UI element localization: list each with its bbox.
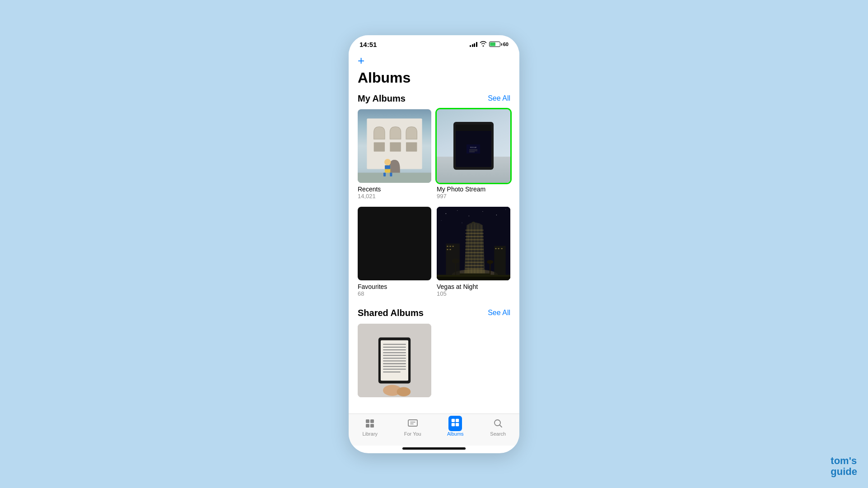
- svg-rect-13: [469, 150, 477, 151]
- album-recents-name: Recents: [358, 186, 431, 193]
- svg-rect-12: [469, 149, 477, 150]
- album-favourites-count: 68: [358, 290, 431, 297]
- svg-point-21: [505, 209, 506, 209]
- svg-point-16: [446, 213, 446, 214]
- svg-rect-45: [437, 274, 510, 276]
- album-recents[interactable]: Recents 14,021: [358, 109, 431, 200]
- bottom-nav: Library For You: [349, 414, 519, 446]
- library-icon: [364, 418, 376, 429]
- svg-point-20: [496, 214, 497, 215]
- svg-rect-67: [383, 355, 406, 356]
- shared-albums-section: Shared Albums See All: [358, 308, 510, 397]
- svg-rect-71: [383, 366, 406, 367]
- my-albums-see-all[interactable]: See All: [488, 94, 510, 102]
- nav-search[interactable]: Search: [485, 418, 512, 437]
- album-photostream-count: 997: [437, 193, 510, 200]
- svg-point-23: [462, 223, 462, 223]
- battery-icon: 60: [489, 42, 509, 47]
- album-favourites-name: Favourites: [358, 283, 431, 290]
- battery-percent: 60: [503, 42, 509, 47]
- svg-rect-76: [366, 419, 369, 423]
- svg-point-19: [482, 211, 483, 211]
- svg-rect-7: [385, 165, 390, 169]
- svg-rect-80: [408, 420, 417, 426]
- svg-point-75: [397, 387, 411, 396]
- page-title: Albums: [358, 70, 510, 93]
- svg-point-49: [487, 260, 493, 264]
- svg-rect-4: [358, 172, 431, 182]
- svg-rect-58: [498, 248, 499, 249]
- svg-rect-56: [494, 246, 505, 274]
- svg-rect-72: [383, 368, 406, 369]
- signal-bars-icon: [470, 42, 477, 47]
- svg-rect-78: [366, 424, 369, 428]
- svg-rect-65: [383, 349, 406, 350]
- svg-rect-59: [501, 248, 503, 249]
- svg-rect-48: [490, 263, 490, 274]
- svg-rect-55: [450, 249, 451, 250]
- svg-rect-77: [370, 419, 374, 423]
- svg-rect-41: [481, 225, 481, 273]
- svg-rect-39: [475, 223, 475, 273]
- svg-rect-84: [456, 423, 459, 426]
- svg-rect-64: [383, 346, 406, 347]
- my-albums-title: My Albums: [358, 93, 406, 104]
- shared-albums-see-all[interactable]: See All: [488, 309, 510, 317]
- svg-rect-38: [471, 224, 471, 273]
- nav-albums-label: Albums: [447, 431, 464, 437]
- svg-rect-51: [447, 246, 448, 246]
- svg-rect-68: [383, 358, 406, 358]
- album-photostream[interactable]: REGULAR My Photo Stream 997: [437, 109, 510, 200]
- album-thumb-recents: [358, 109, 431, 183]
- shared-albums-header: Shared Albums See All: [358, 308, 510, 318]
- svg-rect-2: [390, 142, 401, 151]
- svg-rect-52: [450, 246, 451, 246]
- nav-library-label: Library: [362, 431, 378, 437]
- content-area: + Albums My Albums See All: [349, 50, 519, 414]
- add-album-button[interactable]: +: [358, 50, 364, 70]
- svg-rect-57: [495, 248, 496, 249]
- svg-rect-3: [406, 142, 417, 151]
- album-vegas-count: 105: [437, 290, 510, 297]
- album-recents-count: 14,021: [358, 193, 431, 200]
- shared-album-grid: [358, 324, 510, 397]
- nav-search-label: Search: [490, 431, 506, 437]
- album-vegas[interactable]: Vegas at Night 105: [437, 207, 510, 297]
- svg-rect-66: [383, 352, 406, 353]
- svg-rect-79: [370, 424, 374, 428]
- svg-rect-69: [383, 360, 406, 361]
- svg-point-17: [457, 210, 457, 210]
- svg-point-5: [384, 159, 391, 165]
- album-thumb-vegas: [437, 207, 510, 280]
- svg-point-22: [441, 220, 442, 221]
- shared-albums-title: Shared Albums: [358, 308, 424, 318]
- shared-album-item[interactable]: [358, 324, 431, 397]
- nav-foryou-label: For You: [404, 431, 421, 437]
- my-albums-section-header: My Albums See All: [358, 93, 510, 104]
- album-favourites[interactable]: Favourites 68: [358, 207, 431, 297]
- svg-rect-50: [446, 243, 460, 274]
- home-indicator: [402, 447, 466, 450]
- svg-rect-54: [447, 249, 448, 250]
- search-icon: [492, 418, 504, 429]
- album-grid-row2: Favourites 68: [358, 207, 510, 297]
- svg-rect-70: [383, 363, 406, 364]
- phone-frame: 14:51 60: [349, 35, 519, 453]
- albums-icon: [449, 418, 461, 429]
- svg-rect-63: [383, 344, 406, 344]
- shared-album-thumb: [358, 324, 431, 397]
- album-thumb-photostream: REGULAR: [437, 109, 510, 183]
- svg-rect-1: [374, 142, 385, 151]
- svg-rect-81: [452, 418, 455, 422]
- nav-foryou[interactable]: For You: [399, 418, 426, 437]
- nav-library[interactable]: Library: [356, 418, 383, 437]
- status-bar: 14:51 60: [349, 35, 519, 50]
- album-grid-row1: Recents 14,021: [358, 109, 510, 200]
- svg-rect-14: [469, 152, 475, 152]
- svg-rect-37: [468, 225, 468, 273]
- album-thumb-favourites: [358, 207, 431, 280]
- nav-albums[interactable]: Albums: [442, 418, 469, 437]
- svg-rect-83: [452, 423, 455, 426]
- svg-rect-73: [383, 371, 401, 372]
- svg-text:REGULAR: REGULAR: [470, 147, 477, 149]
